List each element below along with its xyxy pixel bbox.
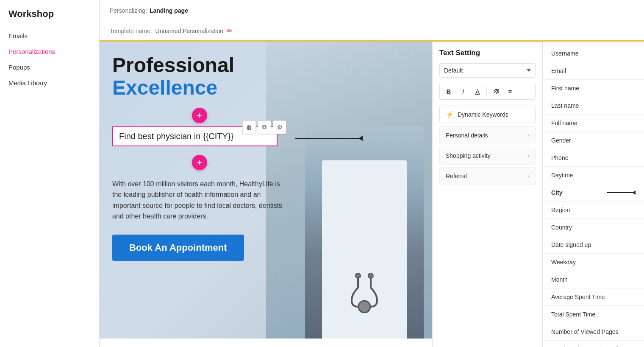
personalizing-label: Personalizing: bbox=[110, 7, 147, 14]
menu-item-personal-details[interactable]: Personal details › bbox=[439, 126, 536, 144]
keyword-item-daytime[interactable]: Daytime bbox=[543, 167, 644, 184]
keyword-item-month[interactable]: Month bbox=[543, 271, 644, 288]
keyword-item-country[interactable]: Country bbox=[543, 219, 644, 236]
sidebar: Workshop Emails Personalizations Popups … bbox=[0, 0, 100, 347]
menu-item-shopping-activity[interactable]: Shopping activity › bbox=[439, 147, 536, 165]
keyword-item-full-name[interactable]: Full name bbox=[543, 115, 644, 132]
keyword-item-total-spent-time[interactable]: Total Spent Time bbox=[543, 306, 644, 323]
underline-btn[interactable]: A bbox=[471, 85, 484, 98]
canvas-area: Professional Excellence + Find best phys… bbox=[100, 42, 644, 347]
page-name: Landing page bbox=[150, 7, 188, 14]
edit-icon[interactable]: ✏ bbox=[227, 27, 232, 35]
add-block-below-btn[interactable]: + bbox=[192, 155, 207, 170]
add-block-below: + bbox=[112, 155, 286, 170]
svg-point-0 bbox=[358, 301, 370, 313]
delete-block-btn[interactable]: 🗑 bbox=[242, 120, 256, 134]
template-name: Unnamed Personalization bbox=[155, 28, 223, 34]
keyword-item-date-signed-up[interactable]: Date signed up bbox=[543, 236, 644, 254]
chevron-right-personal: › bbox=[527, 132, 529, 138]
dynamic-keywords-btn[interactable]: ⚡ Dynamic Keywords bbox=[439, 106, 536, 123]
link-btn[interactable] bbox=[489, 85, 502, 98]
keyword-item-weekday[interactable]: Weekday bbox=[543, 254, 644, 271]
keyword-item-phone[interactable]: Phone bbox=[543, 149, 644, 167]
svg-point-4 bbox=[368, 273, 373, 278]
dynamic-keywords-label: Dynamic Keywords bbox=[458, 111, 508, 118]
keywords-dropdown: UsernameEmailFirst nameLast nameFull nam… bbox=[542, 42, 644, 347]
text-setting-panel: Text Setting Default B I A ≡ bbox=[432, 42, 542, 347]
link-icon bbox=[492, 88, 499, 95]
align-btn[interactable]: ≡ bbox=[504, 85, 516, 98]
cta-button[interactable]: Book An Appointment bbox=[112, 235, 244, 261]
stethoscope-icon bbox=[347, 271, 381, 313]
italic-btn[interactable]: I bbox=[457, 85, 469, 98]
body-text: With over 100 million visitors each mont… bbox=[112, 179, 286, 222]
keyword-item-city[interactable]: City bbox=[543, 184, 644, 201]
bold-btn[interactable]: B bbox=[442, 85, 455, 98]
city-arrow-indicator bbox=[607, 190, 636, 195]
menu-item-shopping-label: Shopping activity bbox=[446, 152, 491, 159]
lightning-icon: ⚡ bbox=[446, 110, 454, 118]
headline-black: Professional bbox=[112, 54, 234, 76]
keyword-item-number-of-viewed-pages[interactable]: Number of Viewed Pages bbox=[543, 323, 644, 341]
block-toolbar: 🗑 ⧉ ⚙ bbox=[242, 120, 286, 134]
panel-title: Text Setting bbox=[439, 49, 536, 57]
format-divider bbox=[486, 87, 487, 95]
settings-block-btn[interactable]: ⚙ bbox=[273, 120, 286, 134]
arrow-line-text bbox=[295, 138, 359, 139]
chevron-right-shopping: › bbox=[527, 153, 529, 159]
template-bar: Template name: Unnamed Personalization ✏ bbox=[100, 21, 644, 42]
menu-item-personal-details-label: Personal details bbox=[446, 132, 488, 139]
keyword-item-email[interactable]: Email bbox=[543, 62, 644, 80]
content-overlay: Professional Excellence + Find best phys… bbox=[100, 42, 299, 274]
app-title: Workshop bbox=[0, 8, 99, 28]
sidebar-item-emails[interactable]: Emails bbox=[0, 28, 99, 44]
sidebar-item-media-library[interactable]: Media Library bbox=[0, 75, 99, 91]
font-select[interactable]: Default bbox=[439, 63, 536, 78]
headline-blue: Excellence bbox=[112, 76, 217, 99]
sidebar-item-popups[interactable]: Popups bbox=[0, 59, 99, 75]
keyword-item-average-spent-time[interactable]: Average Spent Time bbox=[543, 288, 644, 306]
headline: Professional Excellence bbox=[112, 54, 286, 99]
landing-canvas: Professional Excellence + Find best phys… bbox=[100, 42, 432, 347]
template-label: Template name: bbox=[110, 28, 152, 34]
bg-section: Professional Excellence + Find best phys… bbox=[100, 42, 432, 339]
menu-item-referral[interactable]: Referral › bbox=[439, 167, 536, 185]
chevron-right-referral: › bbox=[527, 173, 529, 179]
format-toolbar: B I A ≡ bbox=[439, 83, 536, 100]
keyword-item-username[interactable]: Username bbox=[543, 45, 644, 62]
canvas-content: Professional Excellence + Find best phys… bbox=[100, 42, 432, 347]
keyword-item-region[interactable]: Region bbox=[543, 201, 644, 219]
topbar: Personalizing: Landing page bbox=[100, 0, 644, 21]
keyword-item-gender[interactable]: Gender bbox=[543, 132, 644, 149]
svg-point-3 bbox=[355, 273, 361, 278]
add-block-above-btn[interactable]: + bbox=[192, 108, 207, 123]
sidebar-item-personalizations[interactable]: Personalizations bbox=[0, 44, 99, 59]
menu-item-referral-label: Referral bbox=[446, 173, 467, 179]
keyword-item-last-name[interactable]: Last name bbox=[543, 97, 644, 115]
text-block-container: Find best physician in {{CITY}} 🗑 ⧉ ⚙ bbox=[112, 126, 286, 151]
keyword-item-number-of-opened-emails[interactable]: Number of Opened Emails bbox=[543, 341, 644, 347]
main-area: Personalizing: Landing page Template nam… bbox=[100, 0, 644, 347]
copy-block-btn[interactable]: ⧉ bbox=[258, 120, 271, 134]
text-block-arrow bbox=[295, 136, 363, 141]
arrow-head-text bbox=[358, 136, 363, 141]
doctor-figure bbox=[305, 126, 424, 339]
keyword-item-first-name[interactable]: First name bbox=[543, 80, 644, 97]
